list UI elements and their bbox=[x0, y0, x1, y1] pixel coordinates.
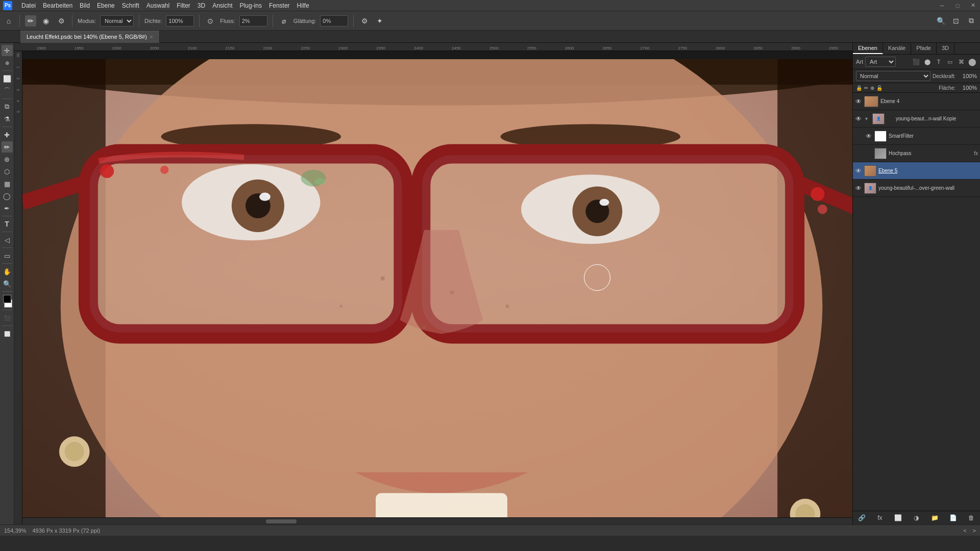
lock-all-icon[interactable]: 🔓 bbox=[876, 85, 883, 91]
menu-plugins[interactable]: Plug-ins bbox=[240, 2, 262, 9]
layer-visibility-hochpass[interactable] bbox=[865, 150, 872, 157]
lock-transparent-icon[interactable]: 🔒 bbox=[856, 85, 862, 91]
pen-tool[interactable]: ✒ bbox=[2, 203, 13, 214]
dichte-input[interactable] bbox=[166, 15, 194, 27]
layer-item-ebene5[interactable]: 👁 Ebene 5 bbox=[853, 162, 980, 180]
tab-pfade[interactable]: Pfade bbox=[911, 43, 937, 54]
hand-tool[interactable]: ✋ bbox=[2, 266, 13, 277]
zoom-tool[interactable]: 🔍 bbox=[2, 278, 13, 289]
toolbar-separator-2 bbox=[72, 15, 72, 27]
layer-expand-young-copy[interactable]: ▼ bbox=[864, 116, 870, 121]
blending-mode-select[interactable]: Normal bbox=[856, 71, 930, 81]
nav-prev-button[interactable]: < bbox=[963, 528, 966, 534]
layer-item-young-original[interactable]: 👁 👤 young-beautiful-...over-green-wall bbox=[853, 180, 980, 197]
layer-adjust-filter-icon[interactable]: ⬤ bbox=[923, 57, 932, 66]
tab-ebenen[interactable]: Ebenen bbox=[853, 43, 883, 54]
crop-tool[interactable]: ⧉ bbox=[2, 101, 13, 112]
search-icon[interactable]: 🔍 bbox=[935, 15, 946, 27]
menu-schrift[interactable]: Schrift bbox=[122, 2, 139, 9]
layer-kind-filter-icon[interactable]: ⬛ bbox=[912, 57, 921, 66]
symmetry-icon[interactable]: ✦ bbox=[374, 15, 385, 27]
delete-layer-icon[interactable]: 🗑 bbox=[967, 513, 976, 522]
lock-move-icon[interactable]: ⊕ bbox=[870, 85, 874, 91]
layer-name-ebene5: Ebene 5 bbox=[878, 168, 978, 173]
menu-ebene[interactable]: Ebene bbox=[97, 2, 115, 9]
window-maximize-button[interactable]: □ bbox=[953, 2, 962, 10]
brush-tool-icon[interactable]: ✏ bbox=[25, 15, 36, 27]
menu-auswahl[interactable]: Auswahl bbox=[146, 2, 169, 9]
brush-options-icon[interactable]: ⚙ bbox=[56, 15, 67, 27]
filter-toggle-icon[interactable]: ⬤ bbox=[968, 57, 977, 66]
zoom-preset-icon[interactable]: ⊡ bbox=[950, 15, 962, 27]
brush-preset-icon[interactable]: ◉ bbox=[40, 15, 52, 27]
menu-ansicht[interactable]: Ansicht bbox=[212, 2, 232, 9]
arrange-icon[interactable]: ⧉ bbox=[966, 15, 977, 27]
link-layers-icon[interactable]: 🔗 bbox=[857, 513, 866, 522]
canvas-image-area[interactable] bbox=[22, 59, 852, 517]
layer-blending-mode-row: Normal Deckkraft: 100% bbox=[853, 69, 980, 83]
add-layer-icon[interactable]: 📄 bbox=[948, 513, 958, 522]
menu-filter[interactable]: Filter bbox=[177, 2, 190, 9]
glattung-input[interactable] bbox=[320, 15, 348, 27]
artboard-tool[interactable]: ⊕ bbox=[2, 57, 13, 68]
dodge-tool[interactable]: ◯ bbox=[2, 190, 13, 202]
gradient-tool[interactable]: ▦ bbox=[2, 178, 13, 189]
menu-bearbeiten[interactable]: Bearbeiten bbox=[43, 2, 72, 9]
airbrush-icon[interactable]: ⊙ bbox=[205, 15, 216, 27]
heal-tool[interactable]: ✚ bbox=[2, 129, 13, 140]
layer-shape-filter-icon[interactable]: ▭ bbox=[945, 57, 954, 66]
horizontal-scrollbar[interactable] bbox=[14, 517, 852, 524]
document-tab[interactable]: Leucht Effekt.psdc bei 140% (Ebene 5, RG… bbox=[20, 31, 160, 43]
screen-mode-tool[interactable]: ⬜ bbox=[2, 328, 13, 339]
layer-item-young-copy[interactable]: 👁 ▼ 👤 young-beaut...n-wall Kopie bbox=[853, 110, 980, 128]
add-group-icon[interactable]: 📁 bbox=[930, 513, 939, 522]
move-tool[interactable]: ✛ bbox=[2, 45, 13, 56]
tab-kanaele[interactable]: Kanäle bbox=[883, 43, 911, 54]
fluss-input[interactable] bbox=[239, 15, 267, 27]
type-tool[interactable]: T bbox=[2, 218, 13, 230]
layer-visibility-ebene4[interactable]: 👁 bbox=[855, 98, 862, 105]
clone-tool[interactable]: ⊛ bbox=[2, 154, 13, 165]
layer-visibility-smartfilter[interactable]: 👁 bbox=[865, 133, 872, 140]
tool-separator-2 bbox=[2, 98, 12, 99]
brush-paint-tool[interactable]: ✏ bbox=[2, 141, 13, 153]
menu-bild[interactable]: Bild bbox=[80, 2, 90, 9]
path-select-tool[interactable]: ◁ bbox=[2, 234, 13, 245]
modus-select[interactable]: Normal bbox=[100, 15, 134, 27]
add-style-icon[interactable]: fx bbox=[875, 513, 885, 522]
window-minimize-button[interactable]: ─ bbox=[938, 2, 946, 10]
tab-3d[interactable]: 3D bbox=[937, 43, 954, 54]
lasso-tool[interactable]: ⌒ bbox=[2, 85, 13, 96]
menu-fenster[interactable]: Fenster bbox=[269, 2, 290, 9]
menu-hilfe[interactable]: Hilfe bbox=[297, 2, 309, 9]
layer-item-smartfilter[interactable]: 👁 SmartFilter bbox=[853, 128, 980, 145]
layer-thumb-young-original: 👤 bbox=[864, 183, 876, 194]
lock-paint-icon[interactable]: ✏ bbox=[864, 85, 868, 91]
layer-item-ebene4[interactable]: 👁 Ebene 4 bbox=[853, 93, 980, 110]
menu-3d[interactable]: 3D bbox=[198, 2, 205, 9]
eraser-tool[interactable]: ⬡ bbox=[2, 166, 13, 177]
brush-angle-icon[interactable]: ⌀ bbox=[278, 15, 289, 27]
document-tab-close[interactable]: × bbox=[150, 34, 153, 40]
window-close-button[interactable]: ✕ bbox=[969, 2, 977, 10]
layer-item-hochpass[interactable]: Hochpass fx bbox=[853, 145, 980, 162]
nav-next-button[interactable]: > bbox=[973, 528, 976, 534]
foreground-color[interactable] bbox=[3, 295, 11, 303]
layer-visibility-ebene5[interactable]: 👁 bbox=[855, 167, 862, 174]
filter-type-select[interactable]: Art bbox=[865, 57, 896, 67]
layer-type-filter-icon[interactable]: T bbox=[934, 57, 943, 66]
menu-bar: Ps Datei Bearbeiten Bild Ebene Schrift A… bbox=[0, 0, 980, 11]
quick-mask-tool[interactable]: ⬛ bbox=[2, 312, 13, 323]
layer-visibility-young-original[interactable]: 👁 bbox=[855, 185, 862, 192]
add-adjustment-icon[interactable]: ◑ bbox=[912, 513, 921, 522]
layer-visibility-young-copy[interactable]: 👁 bbox=[855, 115, 862, 122]
layer-smart-filter-icon[interactable]: ⌘ bbox=[957, 57, 966, 66]
home-tool-icon[interactable]: ⌂ bbox=[3, 15, 14, 27]
shape-tool[interactable]: ▭ bbox=[2, 250, 13, 261]
menu-datei[interactable]: Datei bbox=[21, 2, 36, 9]
eyedropper-tool[interactable]: ⚗ bbox=[2, 113, 13, 124]
marquee-tool[interactable]: ⬜ bbox=[2, 73, 13, 84]
add-mask-icon[interactable]: ⬜ bbox=[894, 513, 903, 522]
settings-icon[interactable]: ⚙ bbox=[359, 15, 370, 27]
canvas-area[interactable]: 1900 1950 2000 2050 2100 2150 2200 2250 … bbox=[14, 43, 852, 524]
